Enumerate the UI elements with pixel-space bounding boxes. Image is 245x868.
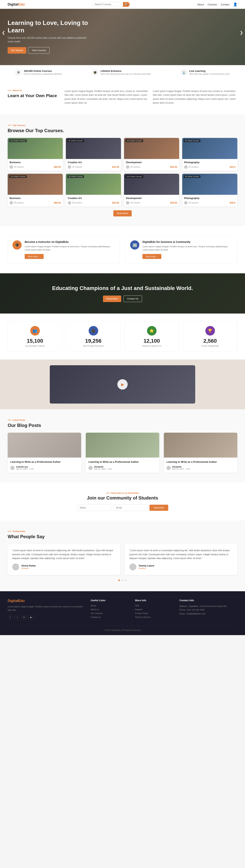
course-image: 56 Online Courses (182, 174, 237, 195)
social-youtube[interactable]: ▶ (28, 615, 34, 620)
course-card[interactable]: 56 Online Courses Photography 20 Lessons… (182, 174, 237, 207)
search-button[interactable]: 🔍 (123, 2, 130, 7)
view-courses-button[interactable]: View Courses (28, 47, 49, 54)
nav-about[interactable]: About (197, 3, 204, 6)
blog-card[interactable]: Learning to Write as a Professional Auth… (164, 433, 237, 473)
read-more-button[interactable]: Read More (113, 210, 132, 216)
course-avatar (9, 201, 13, 205)
course-info: Photography 20 Lessons $43.0 (182, 159, 237, 170)
instructor-card-1: 🎓 Become a instructor on DigitalEdu Lore… (8, 236, 119, 264)
stat-lifetime: 🎓 Lifetime Entrance Now once during the … (92, 69, 151, 76)
course-price: $45.00 (112, 202, 119, 204)
course-meta-left: 40 Lessons (9, 201, 24, 205)
stat-sub-1: Focus is having the unwavering attention… (24, 73, 62, 75)
course-title: Business (9, 197, 61, 199)
course-card[interactable]: 443 Online Courses Development 30 Lesson… (124, 174, 179, 207)
footer-useful-link[interactable]: Our Courses (91, 612, 129, 614)
testimonials-section: Testimonials What People Say "Lorem ipsu… (0, 521, 245, 591)
course-avatar (68, 165, 71, 169)
blog-header: Latest Posts Our Blog Posts (8, 419, 237, 428)
counter-card: 🎥 19,256 We Proudly Received (66, 321, 120, 352)
dot-3[interactable] (125, 580, 127, 581)
blog-grid: Learning to Write as a Professional Auth… (8, 433, 237, 473)
blog-body: Learning to Write as a Professional Auth… (8, 458, 81, 473)
footer-more-link[interactable]: Support (135, 608, 174, 611)
dot-1[interactable] (118, 580, 120, 581)
footer-useful-link[interactable]: Home (91, 604, 129, 607)
nav-user-icon[interactable]: 👤 (233, 2, 237, 6)
nav-links: About Courses Contact 👤 (197, 2, 237, 6)
hero-description: Choose from over 100,000 online video co… (8, 36, 88, 43)
course-card[interactable]: 66 Online Courses Creative Art 32 Lesson… (66, 138, 121, 170)
blog-post-date: Sep 13, 2025 · 1 min (172, 468, 190, 470)
instructor-btn-2[interactable]: Start today (142, 254, 161, 259)
course-meta: 30 Lessons $45.00 (68, 201, 119, 205)
counter-icon: ⭐ (147, 326, 156, 336)
navbar: DigitalEdu 🔍 About Courses Contact 👤 (0, 0, 245, 9)
search-bar[interactable]: 🔍 (92, 2, 130, 7)
instructor-text-1: Become a instructor on DigitalEdu Lorem … (25, 240, 115, 259)
newsletter-name-input[interactable] (77, 504, 111, 511)
course-card[interactable]: 124 Online Courses Business 40 Lessons $… (8, 138, 63, 170)
hero-section: ❮ Learning to Love, Loving to Learn Choo… (0, 0, 245, 65)
course-card[interactable]: 66 Online Courses Creative Art 30 Lesson… (66, 174, 121, 207)
nav-courses[interactable]: Courses (208, 3, 217, 6)
hero-arrow-left[interactable]: ❮ (2, 30, 5, 35)
about-col-2: Lorem ipsum magna feugiat. Porttitor tem… (153, 89, 237, 105)
testimonial-avatar (129, 563, 136, 570)
course-image: 443 Online Courses (124, 138, 179, 159)
social-facebook[interactable]: f (8, 615, 13, 620)
footer-more-link[interactable]: FAQ (135, 604, 174, 607)
blog-avatar (89, 466, 93, 470)
blog-post-title: Learning to Write as a Professional Auth… (89, 460, 156, 464)
course-price: $43.0 (230, 166, 236, 168)
newsletter-email-input[interactable] (113, 504, 148, 511)
courses-grid-row1: 124 Online Courses Business 40 Lessons $… (8, 138, 237, 170)
footer-useful-link[interactable]: About us (91, 608, 129, 611)
counter-number: 19,256 (71, 338, 116, 344)
course-card[interactable]: 124 Online Courses Business 40 Lessons $… (8, 174, 63, 207)
course-meta: 32 Lessons $45.00 (68, 165, 119, 169)
course-lessons: 20 Lessons (188, 202, 198, 204)
course-card[interactable]: 56 Online Courses Photography 20 Lessons… (182, 138, 237, 170)
footer-more-link[interactable]: Terms of Service (135, 616, 174, 618)
course-title: Business (9, 161, 61, 164)
blog-post-title: Learning to Write as a Professional Auth… (167, 460, 235, 464)
course-meta: 30 Lessons $59.00 (126, 165, 177, 169)
social-twitter[interactable]: t (14, 615, 20, 620)
course-lessons: 30 Lessons (130, 166, 140, 168)
dot-2[interactable] (122, 580, 123, 581)
footer-more-link[interactable]: Privacy Policy (135, 612, 174, 614)
instructor-btn-1[interactable]: Start today (25, 254, 44, 259)
course-title: Photography (184, 161, 236, 164)
course-card[interactable]: 443 Online Courses Development 30 Lesson… (124, 138, 179, 170)
testimonial-card: "Lorem ipsum dolor sit amet ut consectet… (8, 544, 120, 575)
banner-read-more-button[interactable]: Read More (103, 296, 121, 302)
course-badge: 56 Online Courses (184, 175, 200, 178)
footer-more-title: More Info (135, 599, 174, 602)
blog-card[interactable]: Learning to Write as a Professional Auth… (8, 433, 81, 473)
testimonials-title: What People Say (8, 534, 237, 539)
footer-address: Address : DigitalEdu, 123 Home Avenue Su… (179, 604, 237, 608)
hero-title: Learning to Love, Loving to Learn (8, 19, 88, 34)
course-info: Development 30 Lessons $59.94 (124, 195, 179, 207)
hero-arrow-right[interactable]: ❯ (240, 30, 243, 35)
get-started-button[interactable]: Get Started (8, 47, 26, 54)
subscribe-button[interactable]: Subscribe (149, 505, 168, 511)
banner-contact-button[interactable]: Contact Us (124, 296, 142, 302)
newsletter-section: Subscribe to our Newsletter Join our Com… (0, 482, 245, 521)
course-meta: 20 Lessons $49.0 (184, 201, 236, 205)
counter-label: Getting Featured On (129, 345, 174, 347)
search-input[interactable] (92, 2, 123, 7)
blog-card[interactable]: Learning to Write as a Professional Auth… (86, 433, 159, 473)
footer-email: Email : info@digitaledu.com (179, 612, 237, 616)
testimonial-name: Tommy Lature (139, 564, 154, 567)
counter-card: 🏆 2,560 Firmly Established (183, 321, 237, 352)
footer-useful-link[interactable]: Contact us (91, 616, 129, 618)
footer-more-info: More Info FAQSupportPrivacy PolicyTerms … (135, 599, 174, 620)
nav-contact[interactable]: Contact (221, 3, 229, 6)
play-button[interactable]: ▶ (117, 379, 128, 390)
stat-title-3: Live Learning (189, 69, 230, 72)
social-linkedin[interactable]: in (22, 615, 27, 620)
banner-buttons: Read More Contact Us (8, 296, 237, 302)
